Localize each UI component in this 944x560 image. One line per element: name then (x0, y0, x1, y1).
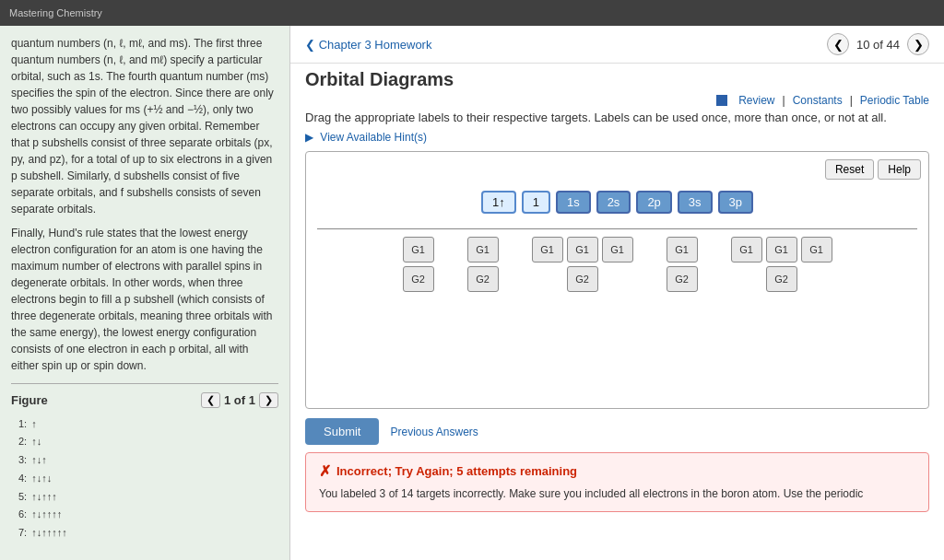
label-pill-2s[interactable]: 2s (596, 191, 631, 214)
bottom-actions: Submit Previous Answers (305, 418, 929, 445)
figure-prev-button[interactable]: ❮ (201, 392, 220, 408)
breadcrumb[interactable]: ❮ Chapter 3 Homework (305, 38, 431, 52)
reset-button[interactable]: Reset (825, 159, 874, 180)
figure-content: 1: ↑ 2: ↑↓ 3: ↑↓↑ 4: ↑↓↑↓ 5: ↑↓↑↑↑ 6: ↑↓… (11, 415, 278, 543)
figure-line-2: 2: ↑↓ (18, 433, 278, 451)
figure-line-4: 4: ↑↓↑↓ (18, 470, 278, 488)
breadcrumb-text: Chapter 3 Homework (319, 38, 432, 52)
right-panel: ❮ Chapter 3 Homework ❮ 10 of 44 ❯ Orbita… (290, 26, 944, 560)
hint-text: View Available Hint(s) (320, 131, 427, 144)
content-area: Review | Constants | Periodic Table Drag… (290, 94, 944, 512)
figure-next-button[interactable]: ❯ (259, 392, 278, 408)
orbital-box-g1-5b[interactable]: G1 (766, 237, 797, 262)
review-link[interactable]: Review (738, 94, 774, 107)
error-box: ✗ Incorrect; Try Again; 5 attempts remai… (305, 452, 929, 512)
error-title: ✗ Incorrect; Try Again; 5 attempts remai… (319, 462, 915, 480)
breadcrumb-arrow: ❮ (305, 38, 315, 52)
tools-row: Review | Constants | Periodic Table (305, 94, 929, 107)
orbital-box-g2-2[interactable]: G2 (467, 266, 499, 292)
right-header: ❮ Chapter 3 Homework ❮ 10 of 44 ❯ (290, 26, 944, 64)
figure-line-5: 5: ↑↓↑↑↑ (18, 488, 278, 507)
orbital-box-g1-3a[interactable]: G1 (532, 237, 563, 262)
constants-link[interactable]: Constants (793, 94, 843, 107)
figure-line-1: 1: ↑ (18, 415, 278, 434)
page-info: 10 of 44 (856, 38, 900, 52)
hint-row[interactable]: ▶ View Available Hint(s) (305, 130, 929, 144)
figure-page-info: 1 of 1 (224, 391, 255, 410)
orbital-box-g1-5a[interactable]: G1 (731, 237, 762, 262)
label-pill-3p[interactable]: 3p (718, 191, 753, 214)
drag-box-buttons: Reset Help (825, 159, 921, 180)
error-title-text: Incorrect; Try Again; 5 attempts remaini… (336, 464, 577, 478)
orbital-divider (317, 228, 917, 229)
orbital-box-g2-3[interactable]: G2 (567, 266, 598, 292)
drag-box: Reset Help 1↑ 1 1s 2s 2p 3s 3p (305, 151, 929, 409)
orbital-box-g2-5[interactable]: G2 (766, 266, 797, 292)
figure-title: Figure (11, 391, 48, 410)
figure-line-3: 3: ↑↓↑ (18, 451, 278, 470)
prev-page-button[interactable]: ❮ (827, 33, 849, 55)
app-title: Mastering Chemistry (9, 7, 102, 18)
instruction-text: Drag the appropriate labels to their res… (305, 111, 929, 124)
figure-line-7: 7: ↑↓↑↑↑↑↑ (18, 524, 278, 542)
review-icon (716, 95, 727, 106)
orbital-row-1: G1 G2 G1 G2 G1 (317, 237, 917, 292)
page-title: Orbital Diagrams (305, 69, 929, 90)
orbital-box-g1-2[interactable]: G1 (467, 237, 499, 262)
orbital-box-g1-3c[interactable]: G1 (602, 237, 633, 262)
figure-line-6: 6: ↑↓↑↑↑↑ (18, 506, 278, 524)
label-pill-up[interactable]: 1↑ (481, 191, 516, 214)
prev-answers-link[interactable]: Previous Answers (390, 426, 478, 438)
orbital-group-2: G1 G2 (467, 237, 499, 292)
next-page-button[interactable]: ❯ (907, 33, 929, 55)
hint-link[interactable]: ▶ View Available Hint(s) (305, 131, 427, 144)
label-pill-2p[interactable]: 2p (636, 191, 671, 214)
help-button[interactable]: Help (878, 159, 921, 180)
labels-row: 1↑ 1 1s 2s 2p 3s 3p (317, 191, 917, 214)
orbital-group-1: G1 G2 (403, 237, 434, 292)
orbital-box-g2-1[interactable]: G2 (403, 266, 434, 292)
orbital-group-3: G1 G1 G1 G2 (532, 237, 633, 292)
orbital-box-g1-1[interactable]: G1 (403, 237, 434, 262)
label-pill-1[interactable]: 1 (522, 191, 550, 214)
top-bar: Mastering Chemistry (0, 0, 944, 26)
hint-arrow: ▶ (305, 131, 313, 144)
orbital-group-4: G1 G2 (667, 237, 698, 292)
orbital-box-g1-4[interactable]: G1 (667, 237, 698, 262)
orbital-box-g2-4[interactable]: G2 (667, 266, 698, 292)
page-title-row: Orbital Diagrams (290, 64, 944, 94)
submit-button[interactable]: Submit (305, 418, 379, 445)
error-icon: ✗ (319, 462, 331, 480)
label-pill-3s[interactable]: 3s (678, 191, 713, 214)
figure-nav: ❮ 1 of 1 ❯ (201, 391, 278, 410)
orbital-group-5: G1 G1 G1 G2 (731, 237, 832, 292)
figure-section: Figure ❮ 1 of 1 ❯ 1: ↑ 2: ↑↓ 3: ↑↓↑ 4: ↑… (11, 383, 278, 542)
left-panel: quantum numbers (n, ℓ, mℓ, and ms). The … (0, 26, 290, 560)
left-text-p1: quantum numbers (n, ℓ, mℓ, and ms). The … (11, 35, 278, 217)
periodic-link[interactable]: Periodic Table (860, 94, 929, 107)
orbital-box-g1-5c[interactable]: G1 (801, 237, 832, 262)
orbital-box-g1-3b[interactable]: G1 (567, 237, 598, 262)
label-pill-1s[interactable]: 1s (556, 191, 591, 214)
error-text: You labeled 3 of 14 targets incorrectly.… (319, 485, 915, 502)
figure-header: Figure ❮ 1 of 1 ❯ (11, 391, 278, 410)
page-nav: ❮ 10 of 44 ❯ (827, 33, 929, 55)
sep2: | (850, 94, 853, 107)
sep1: | (783, 94, 785, 107)
left-text-p2: Finally, Hund's rule states that the low… (11, 225, 278, 374)
